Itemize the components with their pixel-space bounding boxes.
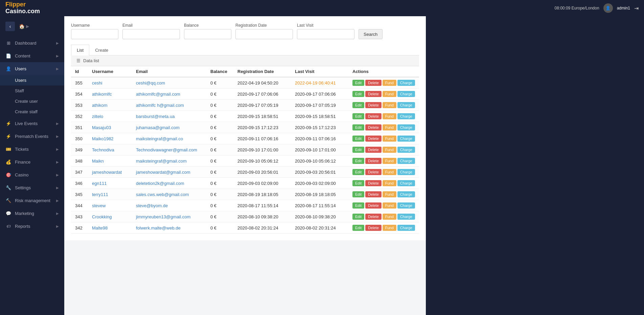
username-link[interactable]: jameshowardat <box>92 170 122 175</box>
email-link[interactable]: deletetion2k@gmail.com <box>136 181 184 186</box>
edit-button[interactable]: Edit <box>352 113 364 119</box>
email-link[interactable]: steve@byom.de <box>136 203 168 208</box>
sidebar-item-casino[interactable]: 🎯 Casino ▶ <box>0 168 64 181</box>
edit-button[interactable]: Edit <box>352 80 364 86</box>
username-link[interactable]: stevew <box>92 203 106 208</box>
charge-button[interactable]: Charge <box>397 113 415 119</box>
charge-button[interactable]: Charge <box>397 202 415 209</box>
fund-button[interactable]: Fund <box>383 225 396 231</box>
edit-button[interactable]: Edit <box>352 225 364 231</box>
delete-button[interactable]: Delete <box>365 147 382 153</box>
delete-button[interactable]: Delete <box>365 80 382 86</box>
charge-button[interactable]: Charge <box>397 158 415 164</box>
sidebar-item-risk[interactable]: 🔨 Risk management ▶ <box>0 194 64 207</box>
edit-button[interactable]: Edit <box>352 191 364 197</box>
sidebar-item-live-events[interactable]: ⚡ Live Events ▶ <box>0 117 64 130</box>
delete-button[interactable]: Delete <box>365 158 382 164</box>
tab-list[interactable]: List <box>71 45 89 55</box>
email-link[interactable]: barsburst@meta.ua <box>136 114 175 119</box>
sidebar-item-marketing[interactable]: 💬 Marketing ▶ <box>0 207 64 220</box>
username-link[interactable]: terry111 <box>92 192 108 197</box>
sidebar-item-content[interactable]: 📄 Content ▶ <box>0 49 64 62</box>
fund-button[interactable]: Fund <box>383 124 396 130</box>
charge-button[interactable]: Charge <box>397 147 415 153</box>
email-link[interactable]: Technodivawagner@gmail.com <box>136 147 197 152</box>
sidebar-item-prematch[interactable]: ⚡ Prematch Events ▶ <box>0 130 64 143</box>
sidebar-item-tickets[interactable]: 🎫 Tickets ▶ <box>0 143 64 155</box>
delete-button[interactable]: Delete <box>365 214 382 220</box>
username-link[interactable]: egn111 <box>92 181 107 186</box>
fund-button[interactable]: Fund <box>383 136 396 142</box>
username-link[interactable]: athikom <box>92 103 108 108</box>
search-button[interactable]: Search <box>359 29 383 39</box>
sidebar-item-settings[interactable]: 🔧 Settings ▶ <box>0 181 64 194</box>
username-link[interactable]: Crookking <box>92 214 112 219</box>
email-link[interactable]: athikomlfc@gmail.com <box>136 92 180 97</box>
username-link[interactable]: Maiko1982 <box>92 136 114 141</box>
charge-button[interactable]: Charge <box>397 91 415 97</box>
edit-button[interactable]: Edit <box>352 91 364 97</box>
delete-button[interactable]: Delete <box>365 91 382 97</box>
email-link[interactable]: folwerk.malte@web.de <box>136 225 181 231</box>
charge-button[interactable]: Charge <box>397 225 415 231</box>
edit-button[interactable]: Edit <box>352 158 364 164</box>
charge-button[interactable]: Charge <box>397 80 415 86</box>
delete-button[interactable]: Delete <box>365 113 382 119</box>
delete-button[interactable]: Delete <box>365 180 382 186</box>
email-link[interactable]: athikomlfc h@gmail.com <box>136 103 184 108</box>
delete-button[interactable]: Delete <box>365 169 382 175</box>
fund-button[interactable]: Fund <box>383 214 396 220</box>
delete-button[interactable]: Delete <box>365 102 382 108</box>
username-link[interactable]: ziltelo <box>92 114 103 119</box>
email-link[interactable]: jimmyreuben13@gmail.com <box>136 214 190 219</box>
fund-button[interactable]: Fund <box>383 191 396 197</box>
delete-button[interactable]: Delete <box>365 191 382 197</box>
email-link[interactable]: sales.cws.web@gmail.com <box>136 192 189 197</box>
edit-button[interactable]: Edit <box>352 147 364 153</box>
fund-button[interactable]: Fund <box>383 169 396 175</box>
fund-button[interactable]: Fund <box>383 147 396 153</box>
username-link[interactable]: Technodiva <box>92 147 114 152</box>
header-username[interactable]: admin1 <box>617 6 630 10</box>
charge-button[interactable]: Charge <box>397 180 415 186</box>
sidebar-sub-create-user[interactable]: Create user <box>0 96 64 106</box>
sidebar-sub-create-staff[interactable]: Create staff <box>0 106 64 117</box>
delete-button[interactable]: Delete <box>365 225 382 231</box>
regdate-input[interactable] <box>235 29 293 39</box>
email-link[interactable]: ceshi@qq.com <box>136 80 165 86</box>
edit-button[interactable]: Edit <box>352 169 364 175</box>
balance-input[interactable] <box>184 29 231 39</box>
fund-button[interactable]: Fund <box>383 113 396 119</box>
edit-button[interactable]: Edit <box>352 180 364 186</box>
username-link[interactable]: Masaju03 <box>92 125 111 130</box>
charge-button[interactable]: Charge <box>397 102 415 108</box>
email-link[interactable]: juhamasa@gmail.com <box>136 125 180 130</box>
edit-button[interactable]: Edit <box>352 124 364 130</box>
logout-icon[interactable]: ⇥ <box>634 5 639 11</box>
tab-create[interactable]: Create <box>89 45 114 55</box>
sidebar-item-finance[interactable]: 💰 Finance ▶ <box>0 155 64 168</box>
charge-button[interactable]: Charge <box>397 169 415 175</box>
charge-button[interactable]: Charge <box>397 214 415 220</box>
username-link[interactable]: athikomlfc <box>92 92 112 97</box>
sidebar-sub-users[interactable]: Users <box>0 75 64 86</box>
username-link[interactable]: ceshi <box>92 80 102 86</box>
email-link[interactable]: jameshowardat@gmail.com <box>136 170 190 175</box>
edit-button[interactable]: Edit <box>352 102 364 108</box>
charge-button[interactable]: Charge <box>397 124 415 130</box>
fund-button[interactable]: Fund <box>383 180 396 186</box>
sidebar-sub-staff[interactable]: Staff <box>0 86 64 96</box>
email-input[interactable] <box>122 29 180 39</box>
email-link[interactable]: maiksteingraf@gmail.co <box>136 136 183 141</box>
edit-button[interactable]: Edit <box>352 202 364 209</box>
fund-button[interactable]: Fund <box>383 158 396 164</box>
username-input[interactable] <box>71 29 118 39</box>
fund-button[interactable]: Fund <box>383 202 396 209</box>
email-link[interactable]: maiksteingraf@gmail.com <box>136 159 187 164</box>
sidebar-item-dashboard[interactable]: ⊞ Dashboard ▶ <box>0 37 64 49</box>
username-link[interactable]: Maikn <box>92 159 104 164</box>
fund-button[interactable]: Fund <box>383 91 396 97</box>
edit-button[interactable]: Edit <box>352 214 364 220</box>
fund-button[interactable]: Fund <box>383 80 396 86</box>
lastvisit-input[interactable] <box>297 29 354 39</box>
